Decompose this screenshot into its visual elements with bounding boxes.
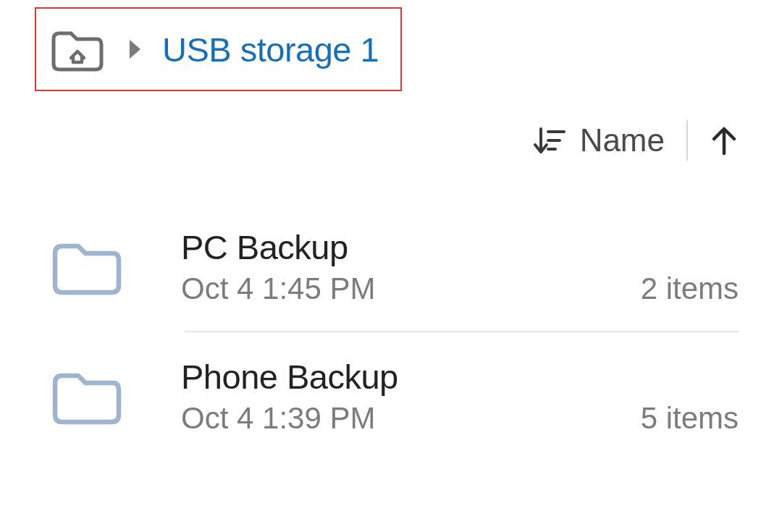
item-count: 5 items <box>641 401 739 436</box>
breadcrumb: USB storage 1 <box>35 7 402 91</box>
sort-label[interactable]: Name <box>580 122 665 159</box>
list-item-content: Phone Backup Oct 4 1:39 PM 5 items <box>181 357 739 436</box>
breadcrumb-current[interactable]: USB storage 1 <box>162 30 379 69</box>
folder-icon <box>43 367 130 426</box>
list-item[interactable]: PC Backup Oct 4 1:45 PM 2 items <box>43 203 739 331</box>
sort-bar: Name <box>0 91 782 174</box>
item-name: PC Backup <box>181 227 739 267</box>
home-folder-icon[interactable] <box>49 26 106 72</box>
item-date: Oct 4 1:45 PM <box>181 271 375 306</box>
folder-icon <box>43 237 130 297</box>
sort-direction-icon[interactable] <box>710 123 739 158</box>
item-name: Phone Backup <box>181 357 739 397</box>
item-count: 2 items <box>641 271 739 306</box>
sort-icon[interactable] <box>532 124 566 156</box>
divider <box>686 120 688 161</box>
list-item-content: PC Backup Oct 4 1:45 PM 2 items <box>181 227 739 306</box>
chevron-right-icon <box>127 38 143 61</box>
list-item[interactable]: Phone Backup Oct 4 1:39 PM 5 items <box>43 332 739 460</box>
item-date: Oct 4 1:39 PM <box>181 401 375 436</box>
file-list: PC Backup Oct 4 1:45 PM 2 items Phone Ba… <box>0 174 782 460</box>
